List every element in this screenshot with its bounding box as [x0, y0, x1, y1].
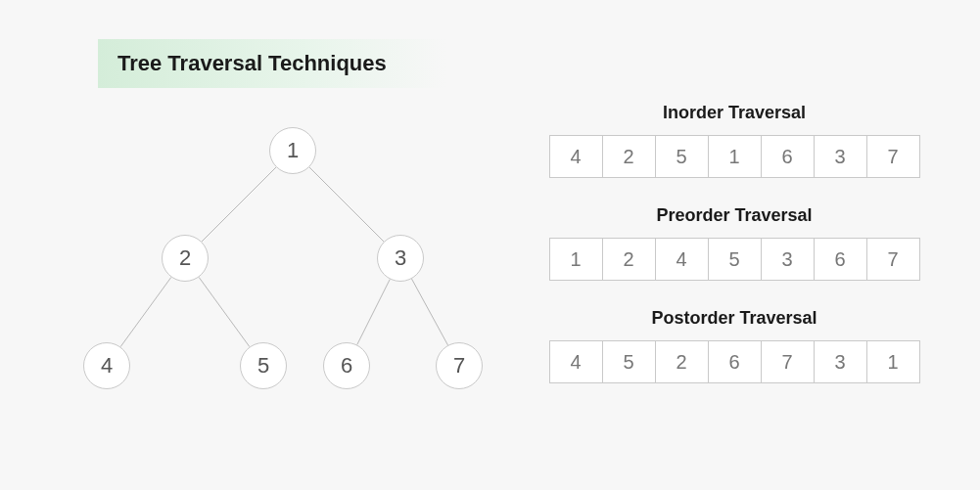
- traversal-cell: 3: [814, 340, 867, 383]
- traversal-block: Postorder Traversal4526731: [529, 308, 940, 383]
- traversal-cell: 7: [866, 238, 920, 281]
- tree-node: 2: [162, 235, 209, 282]
- traversal-cell: 7: [761, 340, 815, 383]
- tree-node: 7: [436, 342, 483, 389]
- tree-node: 6: [323, 342, 370, 389]
- page-title-box: Tree Traversal Techniques: [98, 39, 445, 88]
- traversal-cell: 4: [655, 238, 709, 281]
- traversal-cell: 6: [814, 238, 867, 281]
- tree-diagram: 1234567: [54, 127, 485, 430]
- traversal-cell: 5: [655, 135, 709, 178]
- traversal-cells: 4526731: [529, 340, 940, 383]
- traversal-cell: 3: [814, 135, 867, 178]
- traversal-cells: 4251637: [529, 135, 940, 178]
- traversal-cell: 4: [549, 135, 603, 178]
- traversal-cell: 6: [761, 135, 815, 178]
- svg-line-5: [411, 279, 447, 345]
- tree-node: 4: [83, 342, 130, 389]
- traversal-cell: 2: [655, 340, 709, 383]
- tree-node: 5: [240, 342, 287, 389]
- traversal-block: Preorder Traversal1245367: [529, 205, 940, 281]
- traversal-cell: 5: [602, 340, 656, 383]
- svg-line-1: [309, 167, 384, 242]
- svg-line-3: [199, 277, 250, 346]
- traversal-title: Inorder Traversal: [529, 103, 940, 123]
- tree-node: 3: [377, 235, 424, 282]
- tree-node: 1: [269, 127, 316, 174]
- traversal-title: Postorder Traversal: [529, 308, 940, 329]
- traversal-cell: 1: [866, 340, 920, 383]
- traversal-cell: 7: [866, 135, 920, 178]
- traversal-cell: 1: [708, 135, 762, 178]
- traversal-title: Preorder Traversal: [529, 205, 940, 226]
- traversal-block: Inorder Traversal4251637: [529, 103, 940, 178]
- traversal-cell: 2: [602, 238, 656, 281]
- traversal-list: Inorder Traversal4251637Preorder Travers…: [529, 103, 940, 411]
- svg-line-0: [202, 167, 276, 242]
- traversal-cell: 1: [549, 238, 603, 281]
- traversal-cell: 3: [761, 238, 815, 281]
- traversal-cell: 5: [708, 238, 762, 281]
- traversal-cell: 2: [602, 135, 656, 178]
- traversal-cell: 4: [549, 340, 603, 383]
- page-title: Tree Traversal Techniques: [117, 51, 387, 76]
- svg-line-4: [357, 279, 391, 344]
- svg-line-2: [120, 277, 171, 346]
- traversal-cell: 6: [708, 340, 762, 383]
- traversal-cells: 1245367: [529, 238, 940, 281]
